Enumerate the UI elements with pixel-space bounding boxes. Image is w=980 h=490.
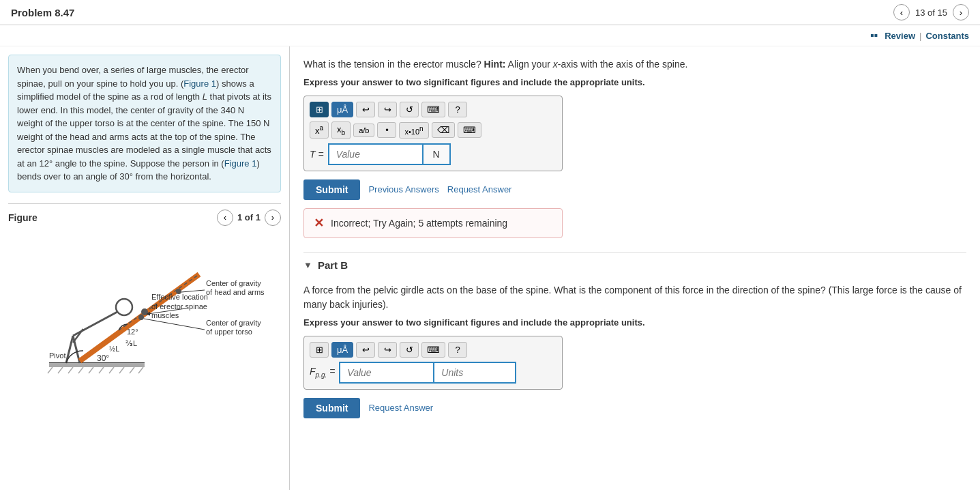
- part-a-question: What is the tension in the erector muscl…: [303, 57, 966, 72]
- request-answer-link-a[interactable]: Request Answer: [447, 184, 512, 194]
- part-a-unit-label: N: [424, 143, 451, 165]
- main-layout: When you bend over, a series of large mu…: [0, 46, 980, 490]
- toolbar-undo-btn[interactable]: ↩: [356, 102, 375, 117]
- svg-line-30: [181, 290, 205, 292]
- svg-rect-1: [49, 363, 145, 367]
- toolbar-redo-btn[interactable]: ↪: [378, 102, 397, 117]
- part-b-header[interactable]: ▼ Part B: [303, 253, 966, 278]
- toolbar-b-mu-btn[interactable]: μÅ: [331, 342, 353, 358]
- nav-controls: ‹ 13 of 15 ›: [893, 4, 969, 20]
- math-toolbar-a: ⊞ μÅ ↩ ↪ ↺ ⌨ ? xa xb a/b • x•10n ⌫ ⌨ T =: [303, 96, 563, 171]
- figure1-link-1[interactable]: Figure 1: [183, 78, 216, 89]
- toolbar-grid-btn[interactable]: ⊞: [310, 102, 329, 117]
- part-a-submit-btn[interactable]: Submit: [303, 179, 360, 200]
- separator: |: [919, 31, 921, 41]
- svg-line-7: [99, 367, 104, 373]
- math-toolbar-b: ⊞ μÅ ↩ ↪ ↺ ⌨ ? Fp.g. =: [303, 336, 563, 390]
- toolbar-fraction-btn[interactable]: a/b: [353, 124, 374, 137]
- nav-count: 13 of 15: [915, 8, 947, 18]
- svg-line-2: [48, 367, 53, 373]
- previous-answers-link[interactable]: Previous Answers: [368, 184, 439, 194]
- svg-text:Center of gravity: Center of gravity: [206, 279, 261, 287]
- svg-text:½L: ½L: [109, 345, 119, 353]
- svg-text:Pivot: Pivot: [49, 351, 65, 360]
- review-link[interactable]: Review: [885, 31, 915, 41]
- svg-line-10: [130, 367, 134, 373]
- toolbar-sci-btn[interactable]: x•10n: [399, 122, 428, 139]
- svg-line-8: [109, 367, 114, 373]
- svg-text:muscles: muscles: [151, 311, 179, 319]
- svg-text:Effective location: Effective location: [151, 293, 208, 301]
- part-b-section: ▼ Part B A force from the pelvic girdle …: [303, 252, 966, 432]
- svg-text:12°: 12°: [127, 328, 138, 336]
- error-icon: ✕: [314, 216, 324, 231]
- svg-text:of upper torso: of upper torso: [206, 328, 252, 336]
- figure-prev-btn[interactable]: ‹: [217, 210, 233, 226]
- svg-line-14: [73, 312, 117, 336]
- figure-count: 1 of 1: [237, 212, 261, 222]
- figure-label: Figure: [8, 212, 38, 223]
- request-answer-link-b[interactable]: Request Answer: [368, 403, 433, 413]
- page-header: Problem 8.47 ‹ 13 of 15 ›: [0, 0, 980, 25]
- prev-button[interactable]: ‹: [893, 4, 910, 20]
- toolbar-refresh-btn[interactable]: ↺: [400, 102, 419, 117]
- part-b-express: Express your answer to two significant f…: [303, 317, 966, 328]
- part-a-actions: Submit Previous Answers Request Answer: [303, 179, 966, 200]
- toolbar-subscript-btn[interactable]: xb: [331, 121, 351, 139]
- review-icon: ▪▪: [870, 29, 878, 42]
- toolbar-delete-btn[interactable]: ⌫: [432, 122, 455, 138]
- svg-line-9: [119, 367, 124, 373]
- svg-line-5: [78, 367, 83, 373]
- svg-text:Center of gravity: Center of gravity: [206, 319, 261, 327]
- part-a-eq-label: T =: [310, 149, 324, 160]
- part-b-value-input[interactable]: [339, 362, 434, 384]
- part-b-input-row: Fp.g. =: [310, 362, 556, 384]
- toolbar-keyboard-btn[interactable]: ⌨: [421, 102, 445, 117]
- toolbar-row-2: xa xb a/b • x•10n ⌫ ⌨: [310, 121, 556, 139]
- part-b-content: A force from the pelvic girdle acts on t…: [303, 278, 966, 432]
- svg-text:of head and arms: of head and arms: [206, 288, 265, 296]
- error-box: ✕ Incorrect; Try Again; 5 attempts remai…: [303, 208, 563, 238]
- toolbar-b-redo-btn[interactable]: ↪: [378, 342, 397, 358]
- toolbar-mu-btn[interactable]: μÅ: [331, 102, 353, 117]
- toolbar-b-help-btn[interactable]: ?: [448, 342, 467, 358]
- toolbar-b-grid-btn[interactable]: ⊞: [310, 342, 329, 358]
- problem-body: When you bend over, a series of large mu…: [17, 65, 271, 182]
- next-button[interactable]: ›: [953, 4, 969, 20]
- part-a-value-input[interactable]: [328, 143, 424, 165]
- svg-line-6: [89, 367, 93, 373]
- figure-header: Figure ‹ 1 of 1 ›: [8, 203, 281, 231]
- toolbar-dot-btn[interactable]: •: [377, 122, 396, 138]
- problem-title: Problem 8.47: [11, 7, 74, 18]
- error-message: Incorrect; Try Again; 5 attempts remaini…: [331, 218, 507, 229]
- svg-point-15: [116, 299, 132, 315]
- part-b-eq-label: Fp.g. =: [310, 366, 335, 379]
- toolbar-b-undo-btn[interactable]: ↩: [356, 342, 375, 358]
- toolbar-keyboard2-btn[interactable]: ⌨: [458, 122, 481, 138]
- part-a-express: Express your answer to two significant f…: [303, 77, 966, 87]
- toolbar-b-refresh-btn[interactable]: ↺: [400, 342, 419, 358]
- svg-line-11: [138, 367, 143, 373]
- constants-link[interactable]: Constants: [925, 31, 969, 41]
- right-panel: What is the tension in the erector muscl…: [290, 46, 980, 490]
- toolbar-b-row-1: ⊞ μÅ ↩ ↪ ↺ ⌨ ?: [310, 342, 556, 358]
- part-b-arrow: ▼: [303, 260, 312, 270]
- part-b-question: A force from the pelvic girdle acts on t…: [303, 283, 966, 312]
- figure1-link-2[interactable]: Figure 1: [224, 158, 257, 169]
- part-b-unit-input[interactable]: [434, 362, 516, 384]
- figure-diagram: 30° 12° Effective location of erector sp…: [8, 237, 281, 387]
- toolbar-b-keyboard-btn[interactable]: ⌨: [421, 342, 445, 358]
- toolbar-help-btn[interactable]: ?: [448, 102, 467, 117]
- figure-nav: ‹ 1 of 1 ›: [217, 210, 281, 226]
- toolbar-superscript-btn[interactable]: xa: [310, 121, 329, 139]
- left-panel: When you bend over, a series of large mu…: [0, 46, 290, 490]
- top-bar: ▪▪ Review | Constants: [0, 25, 980, 46]
- svg-line-13: [66, 336, 73, 363]
- part-b-label: Part B: [318, 259, 348, 271]
- part-b-actions: Submit Request Answer: [303, 398, 966, 418]
- figure-next-btn[interactable]: ›: [265, 210, 281, 226]
- part-a-input-row: T = N: [310, 143, 556, 165]
- figure-svg: 30° 12° Effective location of erector sp…: [8, 237, 281, 387]
- svg-point-19: [141, 308, 148, 315]
- part-b-submit-btn[interactable]: Submit: [303, 398, 360, 418]
